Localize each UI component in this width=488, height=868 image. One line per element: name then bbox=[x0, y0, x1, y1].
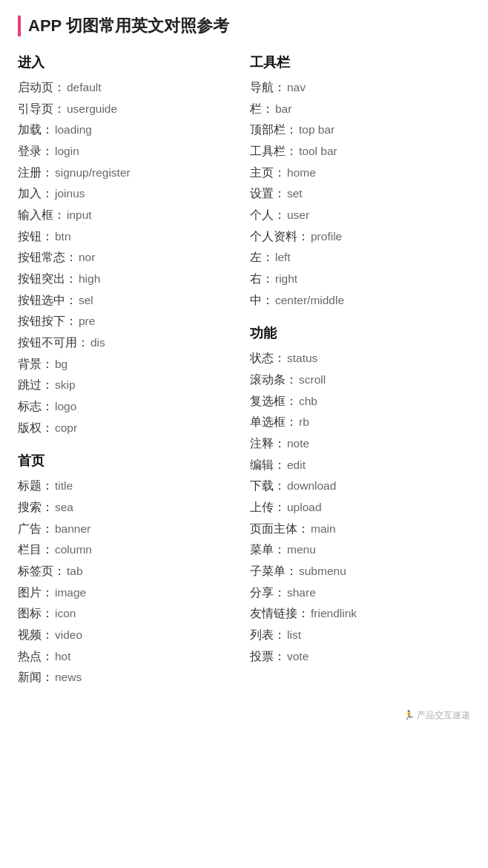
item-english-value: userguide bbox=[67, 99, 117, 120]
item-english-value: list bbox=[287, 625, 301, 646]
item-chinese-label: 搜索： bbox=[18, 497, 53, 519]
list-item: 页面主体：main bbox=[250, 519, 470, 540]
item-chinese-label: 导航： bbox=[250, 77, 286, 99]
item-english-value: status bbox=[287, 348, 317, 369]
list-item: 个人：user bbox=[250, 205, 470, 226]
item-chinese-label: 复选框： bbox=[250, 391, 297, 412]
item-chinese-label: 顶部栏： bbox=[250, 119, 297, 141]
item-english-value: chb bbox=[299, 391, 317, 412]
list-item: 栏目：column bbox=[18, 539, 238, 561]
item-english-value: dis bbox=[90, 332, 105, 354]
list-item: 注释：note bbox=[250, 433, 470, 455]
watermark: 🏃 产品交互速递 bbox=[18, 709, 470, 722]
item-english-value: friendlink bbox=[311, 603, 357, 625]
list-item: 图片：image bbox=[18, 582, 238, 604]
item-chinese-label: 热点： bbox=[18, 646, 53, 668]
right-section-title-1: 功能 bbox=[250, 324, 470, 342]
list-item: 列表：list bbox=[250, 625, 470, 646]
list-item: 背景：bg bbox=[18, 354, 238, 375]
item-english-value: joinus bbox=[55, 183, 85, 205]
item-chinese-label: 中： bbox=[250, 290, 274, 312]
item-english-value: logo bbox=[55, 396, 76, 418]
title-accent-bar bbox=[18, 16, 21, 36]
item-chinese-label: 按钮选中： bbox=[18, 290, 77, 312]
item-chinese-label: 注册： bbox=[18, 162, 53, 184]
list-item: 启动页：default bbox=[18, 77, 238, 99]
item-english-value: vote bbox=[287, 646, 309, 668]
item-chinese-label: 投票： bbox=[250, 646, 286, 668]
item-english-value: skip bbox=[55, 375, 76, 396]
item-chinese-label: 登录： bbox=[18, 141, 53, 162]
list-item: 滚动条：scroll bbox=[250, 369, 470, 391]
list-item: 新闻：news bbox=[18, 667, 238, 688]
item-english-value: column bbox=[55, 539, 92, 561]
list-item: 子菜单：submenu bbox=[250, 561, 470, 582]
item-chinese-label: 栏目： bbox=[18, 539, 53, 561]
item-chinese-label: 启动页： bbox=[18, 77, 65, 99]
item-chinese-label: 左： bbox=[250, 247, 274, 269]
list-item: 状态：status bbox=[250, 348, 470, 369]
list-item: 按钮按下：pre bbox=[18, 311, 238, 332]
item-chinese-label: 滚动条： bbox=[250, 369, 297, 391]
item-chinese-label: 加载： bbox=[18, 119, 53, 141]
item-english-value: video bbox=[55, 625, 82, 646]
item-chinese-label: 图标： bbox=[18, 603, 53, 625]
list-item: 上传：upload bbox=[250, 497, 470, 519]
item-english-value: hot bbox=[55, 646, 71, 668]
item-chinese-label: 输入框： bbox=[18, 205, 65, 226]
item-chinese-label: 状态： bbox=[250, 348, 286, 369]
item-english-value: login bbox=[55, 141, 79, 162]
item-chinese-label: 按钮突出： bbox=[18, 269, 77, 290]
list-item: 跳过：skip bbox=[18, 375, 238, 396]
list-item: 投票：vote bbox=[250, 646, 470, 668]
item-chinese-label: 按钮： bbox=[18, 226, 53, 248]
item-chinese-label: 子菜单： bbox=[250, 561, 297, 582]
list-item: 登录：login bbox=[18, 141, 238, 162]
item-chinese-label: 友情链接： bbox=[250, 603, 309, 625]
item-chinese-label: 菜单： bbox=[250, 539, 286, 561]
item-english-value: nor bbox=[79, 247, 95, 269]
item-english-value: home bbox=[287, 162, 316, 184]
item-chinese-label: 标志： bbox=[18, 396, 53, 418]
list-item: 搜索：sea bbox=[18, 497, 238, 519]
item-chinese-label: 标签页： bbox=[18, 561, 65, 582]
list-item: 复选框：chb bbox=[250, 391, 470, 412]
list-item: 编辑：edit bbox=[250, 455, 470, 476]
item-english-value: edit bbox=[287, 455, 306, 476]
list-item: 按钮：btn bbox=[18, 226, 238, 248]
list-item: 加入：joinus bbox=[18, 183, 238, 205]
item-english-value: right bbox=[275, 269, 297, 290]
item-english-value: scroll bbox=[299, 369, 326, 391]
list-item: 热点：hot bbox=[18, 646, 238, 668]
item-english-value: left bbox=[275, 247, 291, 269]
item-english-value: icon bbox=[55, 603, 76, 625]
item-chinese-label: 下载： bbox=[250, 476, 286, 497]
item-english-value: high bbox=[79, 269, 100, 290]
item-chinese-label: 加入： bbox=[18, 183, 53, 205]
list-item: 加载：loading bbox=[18, 119, 238, 141]
left-section-title-1: 首页 bbox=[18, 452, 238, 470]
item-english-value: sea bbox=[55, 497, 73, 519]
item-english-value: set bbox=[287, 183, 303, 205]
item-chinese-label: 栏： bbox=[250, 99, 274, 120]
item-chinese-label: 分享： bbox=[250, 582, 286, 604]
item-chinese-label: 注释： bbox=[250, 433, 286, 455]
item-english-value: nav bbox=[287, 77, 306, 99]
list-item: 主页：home bbox=[250, 162, 470, 184]
item-chinese-label: 个人资料： bbox=[250, 226, 309, 248]
item-chinese-label: 单选框： bbox=[250, 412, 297, 433]
list-item: 工具栏：tool bar bbox=[250, 141, 470, 162]
item-english-value: copr bbox=[55, 418, 77, 439]
list-item: 广告：banner bbox=[18, 519, 238, 540]
item-english-value: main bbox=[311, 519, 336, 540]
list-item: 个人资料：profile bbox=[250, 226, 470, 248]
item-english-value: rb bbox=[299, 412, 309, 433]
item-english-value: tab bbox=[67, 561, 83, 582]
list-item: 友情链接：friendlink bbox=[250, 603, 470, 625]
item-chinese-label: 按钮不可用： bbox=[18, 332, 89, 354]
watermark-icon: 🏃 bbox=[403, 710, 415, 720]
item-chinese-label: 标题： bbox=[18, 476, 53, 497]
item-english-value: top bar bbox=[299, 119, 334, 141]
item-english-value: user bbox=[287, 205, 309, 226]
item-english-value: note bbox=[287, 433, 309, 455]
